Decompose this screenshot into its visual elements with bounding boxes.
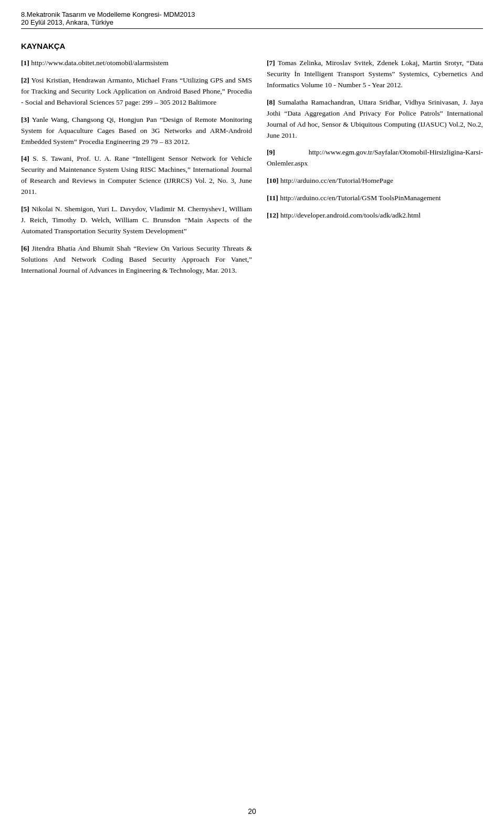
page-container: 8.Mekatronik Tasarım ve Modelleme Kongre…: [0, 0, 504, 826]
header-bar: 8.Mekatronik Tasarım ve Modelleme Kongre…: [21, 11, 483, 29]
left-ref-item: [6] Jitendra Bhatia And Bhumit Shah “Rev…: [21, 243, 252, 276]
two-column-layout: [1] http://www.data.obitet.net/otomobil/…: [21, 58, 483, 283]
right-ref-item: [7] Tomas Zelinka, Miroslav Svitek, Zden…: [267, 58, 483, 91]
right-ref-item: [12] http://developer.android.com/tools/…: [267, 210, 483, 221]
right-ref-item: [11] http://arduino.cc/en/Tutorial/GSM T…: [267, 193, 483, 204]
right-ref-item: [8] Sumalatha Ramachandran, Uttara Sridh…: [267, 97, 483, 141]
header-line2: 20 Eylül 2013, Ankara, Türkiye: [21, 18, 483, 26]
right-ref-item: [9] http://www.egm.gov.tr/Sayfalar/Otomo…: [267, 147, 483, 169]
left-ref-item: [3] Yanle Wang, Changsong Qi, Hongjun Pa…: [21, 115, 252, 148]
header-line1: 8.Mekatronik Tasarım ve Modelleme Kongre…: [21, 11, 483, 18]
left-ref-item: [5] Nikolai N. Shemigon, Yuri L. Davydov…: [21, 204, 252, 237]
right-column: [7] Tomas Zelinka, Miroslav Svitek, Zden…: [267, 58, 483, 283]
left-ref-item: [1] http://www.data.obitet.net/otomobil/…: [21, 58, 252, 69]
right-ref-item: [10] http://arduino.cc/en/Tutorial/HomeP…: [267, 175, 483, 187]
section-title: KAYNAKÇA: [21, 42, 483, 50]
page-number: 20: [248, 807, 256, 815]
left-ref-item: [2] Yosi Kristian, Hendrawan Armanto, Mi…: [21, 75, 252, 108]
left-column: [1] http://www.data.obitet.net/otomobil/…: [21, 58, 252, 283]
left-ref-item: [4] S. S. Tawani, Prof. U. A. Rane “Inte…: [21, 153, 252, 198]
